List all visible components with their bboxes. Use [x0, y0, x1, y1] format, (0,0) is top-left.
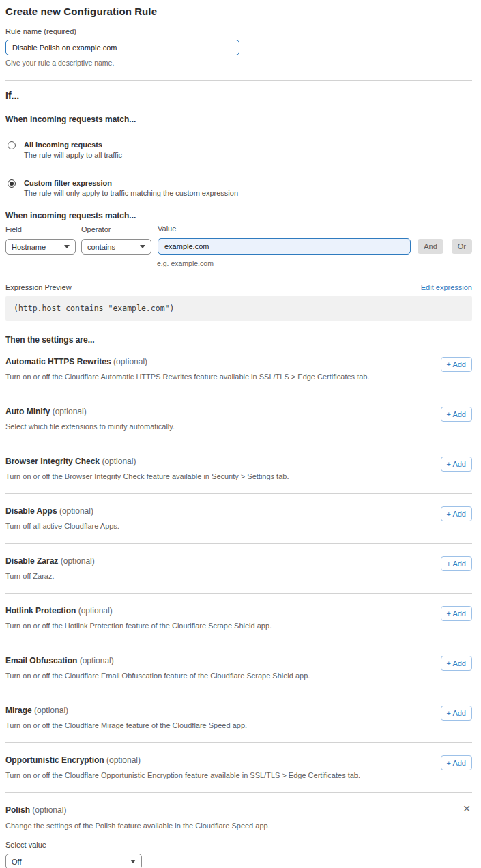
setting-description: Turn on or off the Cloudflare Opportunis… [5, 771, 360, 779]
rule-name-helper: Give your rule a descriptive name. [5, 59, 472, 67]
add-hotlink-protection-button[interactable]: + Add [441, 606, 472, 621]
radio-icon[interactable] [8, 179, 16, 188]
setting-title: Automatic HTTPS Rewrites [5, 357, 111, 366]
and-button[interactable]: And [418, 239, 443, 254]
setting-text: Opportunistic Encryption (optional) Turn… [5, 754, 360, 779]
add-mirage-button[interactable]: + Add [441, 706, 472, 721]
setting-description: Turn on or off the Hotlink Protection fe… [5, 622, 272, 630]
setting-text: Mirage (optional) Turn on or off the Clo… [5, 704, 247, 729]
value-helper: e.g. example.com [157, 259, 472, 267]
setting-mirage: Mirage (optional) Turn on or off the Clo… [5, 693, 472, 743]
setting-description: Turn off Zaraz. [5, 572, 95, 580]
setting-disable-apps: Disable Apps (optional) Turn off all act… [5, 494, 472, 544]
radio-label: All incoming requests [24, 141, 122, 149]
radio-text: All incoming requests The rule will appl… [24, 141, 122, 159]
setting-title: Browser Integrity Check [5, 457, 100, 466]
select-value-label: Select value [5, 841, 472, 849]
add-browser-integrity-check-button[interactable]: + Add [441, 457, 472, 472]
radio-label: Custom filter expression [24, 179, 238, 187]
optional-label: (optional) [100, 457, 136, 466]
radio-option-all-incoming-requests[interactable]: All incoming requests The rule will appl… [5, 141, 472, 159]
field-label: Field [5, 225, 76, 233]
setting-title: Polish [5, 805, 30, 815]
operator-label: Operator [81, 225, 151, 233]
setting-email-obfuscation: Email Obfuscation (optional) Turn on or … [5, 643, 472, 693]
field-select[interactable]: Hostname [5, 239, 76, 255]
expression-preview-code: (http.host contains "example.com") [5, 296, 472, 321]
setting-description: Turn on or off the Cloudflare Mirage fea… [5, 721, 247, 729]
setting-disable-zaraz: Disable Zaraz (optional) Turn off Zaraz.… [5, 544, 472, 594]
optional-label: (optional) [50, 407, 86, 416]
setting-description: Change the settings of the Polish featur… [5, 822, 472, 830]
setting-description: Turn on or off the Cloudflare Automatic … [5, 373, 369, 381]
add-disable-apps-button[interactable]: + Add [441, 506, 472, 521]
edit-expression-link[interactable]: Edit expression [421, 283, 472, 291]
setting-text: Disable Zaraz (optional) Turn off Zaraz. [5, 555, 95, 580]
setting-browser-integrity-check: Browser Integrity Check (optional) Turn … [5, 444, 472, 494]
setting-title: Opportunistic Encryption [5, 755, 104, 765]
value-label: Value [158, 225, 411, 233]
setting-opportunistic-encryption: Opportunistic Encryption (optional) Turn… [5, 743, 472, 793]
page-title: Create new Configuration Rule [5, 5, 472, 17]
setting-title: Disable Zaraz [5, 556, 58, 566]
setting-description: Turn on or off the Cloudflare Email Obfu… [5, 671, 310, 680]
operator-select-value: contains [87, 243, 115, 251]
radio-dot [10, 182, 14, 186]
setting-text: Browser Integrity Check (optional) Turn … [5, 455, 289, 480]
rule-name-label: Rule name (required) [5, 27, 472, 35]
if-heading: If... [5, 90, 472, 101]
optional-label: (optional) [76, 606, 112, 616]
setting-text: Automatic HTTPS Rewrites (optional) Turn… [5, 356, 369, 381]
setting-polish: Polish (optional) ✕ Change the settings … [5, 793, 472, 868]
chevron-down-icon [140, 245, 145, 248]
optional-label: (optional) [77, 656, 113, 665]
radio-description: The rule will only apply to traffic matc… [24, 189, 238, 197]
setting-hotlink-protection: Hotlink Protection (optional) Turn on or… [5, 594, 472, 643]
setting-description: Turn off all active Cloudflare Apps. [5, 522, 119, 530]
add-email-obfuscation-button[interactable]: + Add [441, 656, 472, 671]
radio-text: Custom filter expression The rule will o… [24, 179, 238, 197]
setting-text: Auto Minify (optional) Select which file… [5, 405, 175, 431]
add-automatic-https-rewrites-button[interactable]: + Add [441, 357, 472, 372]
field-select-value: Hostname [12, 243, 46, 251]
optional-label: (optional) [57, 506, 93, 516]
rule-name-input[interactable] [5, 40, 239, 55]
expression-builder-row: Field Hostname Operator contains Value A… [5, 225, 472, 255]
optional-label: (optional) [30, 805, 66, 815]
close-icon[interactable]: ✕ [461, 805, 472, 813]
expression-preview-header: Expression Preview Edit expression [5, 283, 472, 291]
add-opportunistic-encryption-button[interactable]: + Add [441, 755, 472, 770]
setting-text: Hotlink Protection (optional) Turn on or… [5, 605, 272, 630]
setting-title: Email Obfuscation [5, 656, 77, 665]
add-disable-zaraz-button[interactable]: + Add [441, 556, 472, 571]
setting-title: Auto Minify [5, 407, 50, 416]
setting-text: Email Obfuscation (optional) Turn on or … [5, 654, 310, 680]
radio-icon[interactable] [8, 141, 16, 149]
section-divider [5, 80, 472, 81]
setting-text: Disable Apps (optional) Turn off all act… [5, 505, 119, 530]
expression-builder-heading: When incoming requests match... [5, 211, 472, 220]
optional-label: (optional) [104, 755, 141, 765]
setting-title: Disable Apps [5, 506, 57, 516]
add-auto-minify-button[interactable]: + Add [441, 407, 472, 422]
setting-automatic-https-rewrites: Automatic HTTPS Rewrites (optional) Turn… [5, 345, 472, 394]
optional-label: (optional) [58, 556, 94, 566]
optional-label: (optional) [32, 706, 68, 715]
polish-value-select[interactable]: Off [5, 854, 142, 868]
setting-description: Select which file extensions to minify a… [5, 422, 175, 431]
operator-select[interactable]: contains [81, 239, 151, 255]
match-heading: When incoming requests match... [5, 115, 472, 124]
setting-description: Turn on or off the Browser Integrity Che… [5, 472, 289, 480]
configuration-rule-form: Create new Configuration Rule Rule name … [0, 0, 481, 868]
optional-label: (optional) [111, 357, 147, 366]
expression-preview-label: Expression Preview [5, 283, 72, 291]
then-settings-heading: Then the settings are... [5, 335, 472, 345]
chevron-down-icon [130, 860, 136, 863]
radio-description: The rule will apply to all traffic [24, 151, 122, 159]
setting-title: Hotlink Protection [5, 606, 76, 616]
radio-option-custom-filter-expression[interactable]: Custom filter expression The rule will o… [5, 179, 472, 197]
or-button[interactable]: Or [452, 239, 472, 254]
value-input[interactable] [158, 238, 411, 255]
chevron-down-icon [64, 245, 70, 248]
setting-auto-minify: Auto Minify (optional) Select which file… [5, 394, 472, 444]
